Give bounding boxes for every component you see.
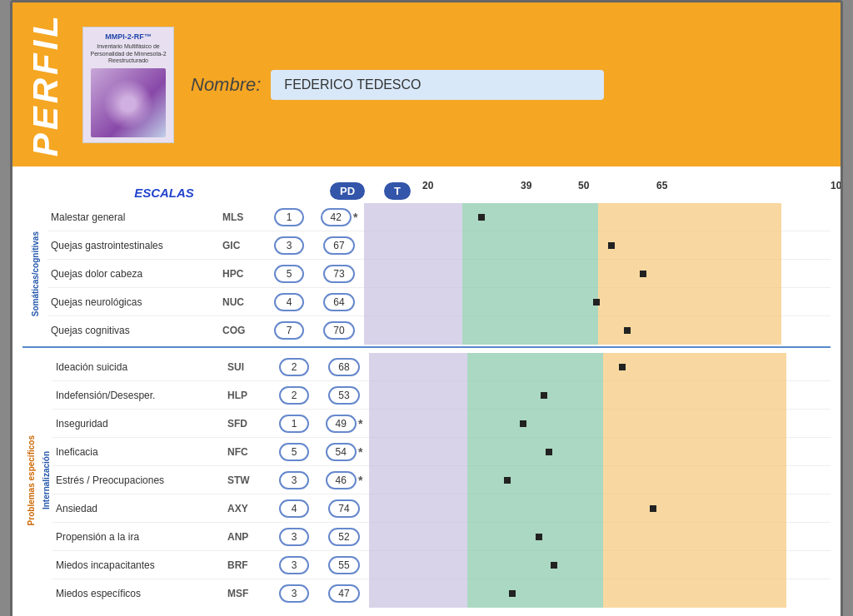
table-row: Ideación suicida SUI 2 68 [52,353,831,381]
zone-green-2 [525,353,603,381]
zone-orange [603,353,786,381]
row-t: 54* [319,443,369,461]
t-pill: 68 [328,358,359,376]
pd-badge: PD [330,182,365,200]
zone-green-2 [525,494,603,523]
row-abrev: SUI [227,361,269,373]
zone-green [462,260,520,288]
zone-lavender [369,494,467,523]
t-pill: 46 [326,471,357,489]
row-t: 70 [314,321,364,340]
row-t: 52 [319,528,369,546]
zone-green [462,316,520,345]
row-t: 67 [314,236,364,255]
row-abrev: MSF [227,588,269,599]
chart-area [364,288,831,316]
zone-green [467,466,525,494]
zone-lavender [364,288,462,316]
chart-dot [546,449,552,455]
zone-lavender [369,551,467,579]
rows-container-2: Ideación suicida SUI 2 68 Indefen [52,353,831,608]
pd-header: PD [322,182,372,200]
section-internalizacion: Problemas específicos Internalización Id… [22,353,831,608]
t-pill: 49 [326,415,357,433]
pd-pill: 3 [279,556,309,574]
zone-green [467,410,525,438]
t-pill: 47 [328,584,359,603]
zone-green-2 [520,316,598,345]
t-pill: 55 [328,556,359,574]
chart-dot [478,214,485,221]
asterisk: * [358,417,362,430]
pd-pill: 3 [279,471,309,489]
row-pd: 3 [269,471,319,489]
row-name: Ineficacia [52,446,227,458]
zone-orange [598,260,781,288]
chart-area [369,466,831,494]
row-abrev: AXY [227,503,269,514]
table-row: Quejas gastrointestinales GIC 3 67 [47,231,831,260]
row-name: Quejas gastrointestinales [47,240,222,251]
pd-pill: 4 [279,499,309,518]
asterisk: * [358,474,362,487]
chart-header: 20 39 50 65 100 [422,180,831,200]
zone-green-2 [525,579,603,608]
zone-green [467,438,525,466]
row-pd: 3 [269,584,319,603]
name-section: Nombre: [191,70,827,100]
name-input[interactable] [271,70,604,100]
row-name: Ansiedad [52,503,227,514]
t-header: T [372,182,422,200]
zone-green [467,494,525,523]
row-pd: 4 [269,499,319,518]
row-pd: 3 [269,528,319,546]
row-t: 42* [314,208,364,226]
table-header: ESCALAS PD T 20 39 50 65 100 [22,180,831,200]
table-row: Ansiedad AXY 4 74 [52,494,831,523]
row-t: 49* [319,415,369,433]
zone-lavender [369,353,467,381]
zone-green [467,381,525,410]
t-pill: 53 [328,386,359,405]
row-name: Indefensión/Desesper. [52,390,227,401]
chart-num-50: 50 [578,180,589,191]
escalas-header: ESCALAS [47,186,281,200]
row-name: Quejas dolor cabeza [47,268,222,280]
zone-lavender [369,438,467,466]
zone-green-2 [525,410,603,438]
table-row: Quejas neurológicas NUC 4 64 [47,288,831,316]
row-abrev: HPC [222,268,264,280]
row-name: Quejas neurológicas [47,296,222,308]
row-pd: 2 [269,386,319,405]
zone-lavender [364,231,462,260]
zone-lavender [369,410,467,438]
table-row: Miedos incapacitantes BRF 3 55 [52,551,831,579]
row-pd: 2 [269,358,319,376]
row-name: Quejas cognitivas [47,325,222,336]
zone-orange [598,231,781,260]
row-abrev: HLP [227,390,269,401]
section-label-container-1: Somáticas/cognitivas [22,203,47,345]
row-t: 68 [319,358,369,376]
table-row: Propensión a la ira ANP 3 52 [52,523,831,551]
row-abrev: BRF [227,559,269,571]
row-pd: 5 [264,265,314,283]
t-pill: 70 [323,321,354,340]
chart-area [364,231,831,260]
chart-dot [624,327,631,334]
pd-pill: 3 [274,236,304,255]
section-label-inner: Internalización [42,451,51,509]
chart-area [364,316,831,345]
zone-green-2 [520,203,598,231]
row-pd: 5 [269,443,319,461]
section-label-outer: Problemas específicos [27,435,36,525]
zone-green [462,203,520,231]
section-label-container-outer: Problemas específicos [22,353,39,608]
t-pill: 52 [328,528,359,546]
pd-pill: 7 [274,321,304,340]
t-pill: 67 [323,236,354,255]
pd-pill: 5 [274,265,304,283]
zone-green [462,231,520,260]
chart-num-100: 100 [831,180,843,191]
chart-dot [520,420,526,427]
